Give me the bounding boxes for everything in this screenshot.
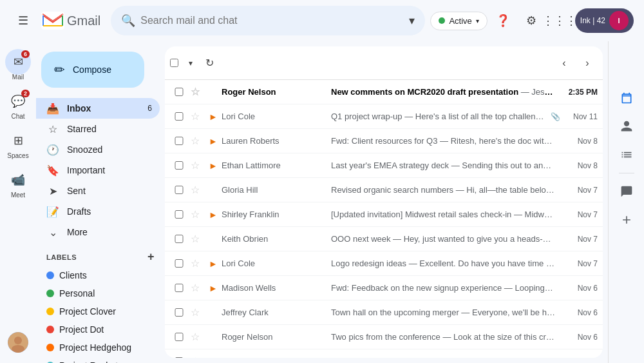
- row-checkbox[interactable]: [173, 284, 185, 292]
- email-row[interactable]: ☆ ► Lori Cole Logo redesign ideas — Exce…: [165, 251, 603, 276]
- star-icon[interactable]: ☆: [191, 331, 204, 343]
- prev-page-button[interactable]: ‹: [554, 53, 574, 74]
- important-marker: ►: [209, 136, 219, 146]
- label-project-hedgehog[interactable]: Project Hedgehog: [36, 338, 165, 357]
- row-checkbox[interactable]: [173, 161, 185, 170]
- rp-tasks-icon[interactable]: [614, 142, 639, 168]
- rp-chat-icon[interactable]: [614, 179, 639, 204]
- chat-icon-btn[interactable]: 💬 2: [5, 88, 31, 114]
- email-row[interactable]: ☆ ► Raymond Santos [UX] Special delivery…: [165, 349, 603, 358]
- star-icon[interactable]: ☆: [191, 159, 204, 172]
- svg-point-6: [12, 345, 24, 353]
- help-button[interactable]: ❓: [490, 8, 516, 34]
- inbox-icon: 📥: [46, 103, 59, 115]
- email-row[interactable]: ☆ ► Lauren Roberts Fwd: Client resources…: [165, 129, 603, 153]
- side-nav-spaces[interactable]: ⊞ Spaces: [5, 125, 31, 162]
- star-icon[interactable]: ☆: [191, 355, 204, 358]
- attachment-icon: 📎: [551, 112, 560, 121]
- star-icon[interactable]: ☆: [191, 233, 204, 245]
- star-icon[interactable]: ☆: [191, 282, 204, 294]
- label-project-dot[interactable]: Project Dot: [36, 320, 165, 338]
- side-nav-user-avatar[interactable]: [8, 329, 28, 355]
- status-pill[interactable]: Active ▾: [430, 12, 487, 30]
- sidebar-item-drafts[interactable]: 📝 Drafts: [36, 201, 160, 222]
- row-checkbox[interactable]: [173, 308, 185, 317]
- email-row[interactable]: ☆ ► Gloria Hill Revised organic search n…: [165, 178, 603, 202]
- row-checkbox[interactable]: [173, 137, 185, 145]
- star-icon[interactable]: ☆: [191, 184, 204, 196]
- email-row[interactable]: ☆ ► Lori Cole Q1 project wrap-up — Here'…: [165, 104, 603, 129]
- email-row[interactable]: ☆ ► Shirley Franklin [Updated invitation…: [165, 202, 603, 227]
- email-row[interactable]: ☆ ► Jeffrey Clark Town hall on the upcom…: [165, 300, 603, 325]
- email-row[interactable]: ☆ ► Ethan Lattimore Last year's EMEA str…: [165, 153, 603, 178]
- important-marker-empty: ►: [209, 332, 219, 342]
- search-input[interactable]: [140, 15, 404, 26]
- sidebar-item-snoozed[interactable]: 🕐 Snoozed: [36, 139, 160, 160]
- row-checkbox[interactable]: [173, 112, 185, 121]
- compose-button[interactable]: ✏ Compose: [41, 52, 144, 88]
- email-time: Nov 7: [565, 210, 598, 219]
- select-dropdown-button[interactable]: ▾: [184, 55, 198, 72]
- email-time: 2:35 PM: [565, 88, 598, 97]
- row-checkbox[interactable]: [173, 235, 185, 243]
- star-icon[interactable]: ☆: [191, 306, 204, 319]
- nav-panel: ✏ Compose 📥 Inbox 6 ☆ Starred 🕐 Snoozed …: [36, 41, 165, 363]
- apps-button[interactable]: ⋮⋮⋮: [547, 8, 573, 34]
- label-project-rocket[interactable]: Project Rocket: [36, 357, 165, 363]
- star-icon[interactable]: ☆: [191, 208, 204, 221]
- row-checkbox[interactable]: [173, 186, 185, 194]
- row-checkbox[interactable]: [173, 333, 185, 341]
- side-nav-chat[interactable]: 💬 2 Chat: [5, 86, 31, 123]
- email-row[interactable]: ☆ ► Roger Nelson New comments on MCR2020…: [165, 80, 603, 104]
- sidebar-item-inbox[interactable]: 📥 Inbox 6: [36, 98, 160, 119]
- sender-name: Roger Nelson: [222, 87, 331, 97]
- next-page-button[interactable]: ›: [577, 53, 598, 74]
- label-clients[interactable]: Clients: [36, 266, 165, 284]
- star-icon[interactable]: ☆: [191, 257, 204, 270]
- avatar[interactable]: I: [609, 11, 629, 30]
- row-checkbox[interactable]: [173, 210, 185, 219]
- sidebar-item-more1[interactable]: ⌄ More: [36, 222, 160, 242]
- search-dropdown-icon[interactable]: ▾: [409, 14, 415, 28]
- settings-button[interactable]: ⚙: [518, 8, 544, 34]
- star-icon[interactable]: ☆: [191, 86, 204, 98]
- label-clover-text: Project Clover: [59, 306, 116, 317]
- search-bar[interactable]: 🔍 ▾: [111, 6, 425, 35]
- spaces-icon-btn[interactable]: ⊞: [5, 128, 31, 153]
- label-project-clover[interactable]: Project Clover: [36, 302, 165, 320]
- snoozed-label: Snoozed: [67, 144, 102, 155]
- sidebar-item-starred[interactable]: ☆ Starred: [36, 119, 160, 139]
- mail-icon: ✉: [14, 55, 23, 69]
- user-avatar-small[interactable]: [8, 332, 28, 353]
- sidebar-item-important[interactable]: 🔖 Important: [36, 160, 160, 181]
- hamburger-menu[interactable]: ☰: [10, 8, 36, 34]
- rp-calendar-icon[interactable]: [614, 85, 639, 111]
- rp-contacts-icon[interactable]: [614, 113, 639, 139]
- email-row[interactable]: ☆ ► Madison Wells Fwd: Feedback on the n…: [165, 276, 603, 300]
- rp-add-icon[interactable]: [614, 207, 639, 233]
- add-label-icon[interactable]: +: [147, 250, 155, 264]
- meet-icon-btn[interactable]: 📹: [5, 167, 31, 193]
- side-nav-mail[interactable]: ✉ 6 Mail: [5, 46, 31, 83]
- side-nav-meet[interactable]: 📹 Meet: [5, 164, 31, 201]
- email-row[interactable]: ☆ ► Roger Nelson Two pics from the confe…: [165, 325, 603, 349]
- gmail-logo: Gmail: [41, 12, 100, 30]
- row-checkbox[interactable]: [173, 357, 185, 358]
- email-row[interactable]: ☆ ► Keith Obrien OOO next week — Hey, ju…: [165, 227, 603, 251]
- email-subject: Two pics from the conference — Look at t…: [331, 332, 555, 342]
- star-icon[interactable]: ☆: [191, 110, 204, 123]
- email-subject: [UX] Special delivery! This month's rese…: [331, 357, 555, 358]
- drafts-icon: 📝: [46, 206, 59, 218]
- star-icon[interactable]: ☆: [191, 135, 204, 147]
- mail-icon-btn[interactable]: ✉ 6: [5, 49, 31, 75]
- chat-badge: 2: [21, 90, 30, 97]
- email-main: ▾ ↻ ‹ › ☆ ► Roger Nelson New comments on…: [165, 46, 603, 358]
- refresh-button[interactable]: ↻: [200, 53, 219, 73]
- account-switcher[interactable]: Ink | 42 I: [575, 8, 634, 33]
- labels-section: Labels +: [36, 242, 165, 266]
- row-checkbox[interactable]: [173, 88, 185, 96]
- label-personal[interactable]: Personal: [36, 284, 165, 302]
- row-checkbox[interactable]: [173, 259, 185, 268]
- sidebar-item-sent[interactable]: ➤ Sent: [36, 181, 160, 201]
- select-all-checkbox[interactable]: [170, 59, 178, 67]
